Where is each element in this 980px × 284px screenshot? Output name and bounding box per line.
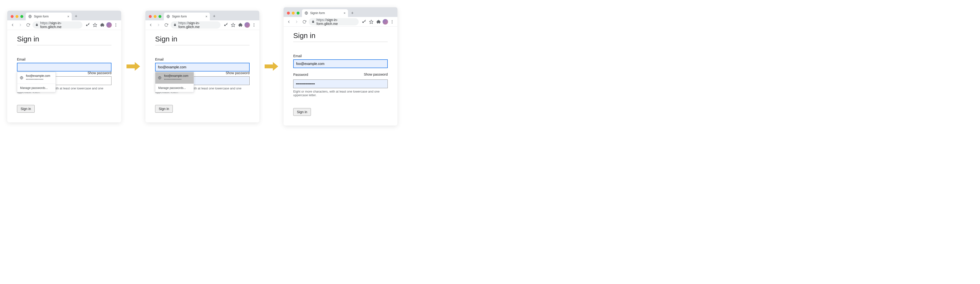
svg-marker-7 [127, 62, 140, 71]
url-text: https://sign-in-form.glitch.me [317, 18, 356, 26]
window-maximize-icon[interactable] [159, 15, 161, 18]
svg-point-13 [254, 26, 255, 27]
avatar[interactable] [244, 22, 250, 28]
autofill-suggestion[interactable]: foo@example.com •••••••••••••• [155, 72, 194, 84]
window-minimize-icon[interactable] [154, 15, 156, 18]
window-close-icon[interactable] [287, 12, 290, 14]
tab-close-icon[interactable]: × [205, 14, 207, 18]
window-maximize-icon[interactable] [297, 12, 299, 14]
page-content: Sign in Email foo@example.com ••••••••••… [7, 30, 121, 122]
tab-bar: Signin form × + [283, 7, 398, 17]
window-close-icon[interactable] [11, 15, 14, 18]
avatar[interactable] [382, 19, 388, 25]
forward-button[interactable] [155, 22, 162, 29]
autofill-popup: foo@example.com •••••••••••••• Manage pa… [17, 72, 56, 92]
reload-button[interactable] [25, 22, 32, 29]
email-label: Email [293, 54, 388, 58]
extensions-icon[interactable] [237, 22, 244, 29]
address-bar[interactable]: https://sign-in-form.glitch.me [309, 18, 359, 25]
reload-button[interactable] [301, 18, 308, 25]
forward-button[interactable] [293, 18, 300, 25]
submit-button[interactable]: Sign in [293, 108, 311, 116]
back-button[interactable] [147, 22, 154, 29]
browser-tab[interactable]: Signin form × [26, 13, 72, 21]
toolbar-right [223, 22, 257, 29]
svg-point-20 [392, 21, 393, 22]
svg-point-17 [362, 21, 364, 23]
autofill-password-dots: •••••••••••••• [26, 78, 50, 82]
browser-tab[interactable]: Signin form × [164, 13, 210, 21]
back-button[interactable] [285, 18, 292, 25]
lock-icon [35, 23, 38, 27]
new-tab-button[interactable]: + [73, 13, 80, 20]
url-text: https://sign-in-form.glitch.me [40, 21, 80, 29]
svg-point-5 [116, 26, 116, 27]
manage-passwords-link[interactable]: Manage passwords... [17, 84, 56, 92]
new-tab-button[interactable]: + [349, 10, 356, 16]
svg-point-12 [254, 25, 255, 25]
window-maximize-icon[interactable] [21, 15, 23, 18]
globe-icon [166, 14, 170, 18]
toolbar: https://sign-in-form.glitch.me [145, 21, 259, 30]
autofill-password-dots: •••••••••••••• [164, 78, 188, 82]
new-tab-button[interactable]: + [211, 13, 218, 20]
email-field[interactable] [293, 59, 388, 68]
svg-marker-18 [369, 20, 373, 24]
show-password-toggle[interactable]: Show password [88, 71, 111, 75]
password-label: Password [293, 73, 308, 76]
show-password-toggle[interactable]: Show password [364, 73, 388, 76]
show-password-toggle[interactable]: Show password [226, 71, 250, 75]
window-minimize-icon[interactable] [292, 12, 295, 14]
address-bar[interactable]: https://sign-in-form.glitch.me [170, 21, 221, 29]
svg-point-11 [254, 23, 255, 24]
page-title: Sign in [17, 35, 111, 45]
key-icon[interactable] [223, 22, 229, 29]
toolbar-right [84, 22, 119, 29]
globe-icon [158, 76, 162, 80]
extensions-icon[interactable] [375, 18, 382, 25]
svg-point-9 [224, 25, 226, 26]
back-button[interactable] [9, 22, 16, 29]
url-text: https://sign-in-form.glitch.me [178, 21, 218, 29]
svg-marker-10 [231, 23, 235, 27]
svg-marker-15 [265, 62, 278, 71]
window-minimize-icon[interactable] [16, 15, 18, 18]
email-field[interactable] [155, 63, 250, 71]
lock-icon [173, 23, 177, 27]
menu-icon[interactable] [389, 18, 396, 25]
submit-button[interactable]: Sign in [17, 105, 35, 113]
email-field[interactable] [17, 63, 111, 71]
email-label: Email [155, 57, 250, 61]
lock-icon [312, 20, 315, 24]
menu-icon[interactable] [251, 22, 257, 29]
star-icon[interactable] [92, 22, 99, 29]
autofill-suggestion[interactable]: foo@example.com •••••••••••••• [17, 72, 56, 84]
forward-button[interactable] [17, 22, 24, 29]
avatar[interactable] [106, 22, 112, 28]
key-icon[interactable] [84, 22, 91, 29]
toolbar: https://sign-in-form.glitch.me [7, 21, 121, 30]
globe-icon [20, 76, 24, 80]
reload-button[interactable] [163, 22, 170, 29]
toolbar: https://sign-in-form.glitch.me [283, 17, 398, 27]
arrow-icon [126, 62, 140, 71]
address-bar[interactable]: https://sign-in-form.glitch.me [32, 21, 83, 29]
extensions-icon[interactable] [99, 22, 106, 29]
star-icon[interactable] [230, 22, 237, 29]
autofill-email: foo@example.com [164, 74, 188, 78]
svg-point-3 [116, 23, 116, 24]
submit-button[interactable]: Sign in [155, 105, 173, 113]
window-close-icon[interactable] [149, 15, 152, 18]
star-icon[interactable] [368, 18, 375, 25]
traffic-lights [10, 15, 26, 21]
tab-close-icon[interactable]: × [67, 14, 69, 18]
manage-passwords-link[interactable]: Manage passwords... [155, 84, 194, 92]
tab-close-icon[interactable]: × [344, 11, 345, 15]
page-content: Sign in Email Password Show password Eig… [283, 27, 398, 125]
browser-tab[interactable]: Signin form × [302, 9, 348, 17]
password-field[interactable] [293, 79, 388, 88]
traffic-lights [286, 12, 302, 17]
tab-bar: Signin form × + [7, 11, 121, 21]
key-icon[interactable] [361, 18, 368, 25]
menu-icon[interactable] [113, 22, 119, 29]
